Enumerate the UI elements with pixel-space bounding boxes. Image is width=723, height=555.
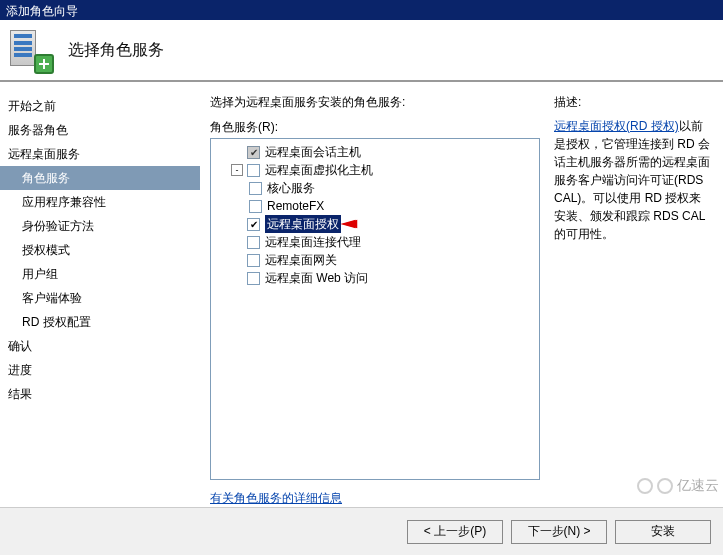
role-services-label: 角色服务(R): bbox=[210, 119, 540, 136]
tree-row[interactable]: -远程桌面虚拟化主机 bbox=[213, 161, 537, 179]
nav-step[interactable]: 客户端体验 bbox=[0, 286, 200, 310]
checkbox[interactable] bbox=[249, 182, 262, 195]
tree-row[interactable]: 核心服务 bbox=[213, 179, 537, 197]
nav-step[interactable]: 应用程序兼容性 bbox=[0, 190, 200, 214]
nav-step[interactable]: 开始之前 bbox=[0, 94, 200, 118]
nav-step[interactable]: 结果 bbox=[0, 382, 200, 406]
tree-row[interactable]: 远程桌面连接代理 bbox=[213, 233, 537, 251]
nav-step[interactable]: 确认 bbox=[0, 334, 200, 358]
checkbox[interactable] bbox=[247, 272, 260, 285]
nav-step[interactable]: 服务器角色 bbox=[0, 118, 200, 142]
tree-item-label[interactable]: 远程桌面网关 bbox=[265, 251, 337, 269]
checkbox[interactable] bbox=[247, 218, 260, 231]
checkbox[interactable] bbox=[249, 200, 262, 213]
checkbox[interactable] bbox=[247, 164, 260, 177]
tree-row[interactable]: 远程桌面授权◄ bbox=[213, 215, 537, 233]
window-title: 添加角色向导 bbox=[6, 4, 78, 18]
wizard-header: 选择角色服务 bbox=[0, 20, 723, 82]
plus-icon bbox=[34, 54, 54, 74]
nav-step[interactable]: 用户组 bbox=[0, 262, 200, 286]
nav-step[interactable]: RD 授权配置 bbox=[0, 310, 200, 334]
tree-toggle-icon[interactable]: - bbox=[231, 164, 243, 176]
page-title: 选择角色服务 bbox=[68, 40, 164, 61]
details-link[interactable]: 有关角色服务的详细信息 bbox=[210, 490, 540, 507]
nav-step[interactable]: 授权模式 bbox=[0, 238, 200, 262]
description-text: 远程桌面授权(RD 授权)以前是授权，它管理连接到 RD 会话主机服务器所需的远… bbox=[554, 117, 713, 243]
wizard-steps-sidebar: 开始之前服务器角色远程桌面服务角色服务应用程序兼容性身份验证方法授权模式用户组客… bbox=[0, 82, 200, 507]
tree-item-label[interactable]: RemoteFX bbox=[267, 197, 324, 215]
nav-step[interactable]: 身份验证方法 bbox=[0, 214, 200, 238]
nav-step[interactable]: 角色服务 bbox=[0, 166, 200, 190]
window-title-bar: 添加角色向导 bbox=[0, 0, 723, 20]
install-button[interactable]: 安装 bbox=[615, 520, 711, 544]
tree-row[interactable]: 远程桌面 Web 访问 bbox=[213, 269, 537, 287]
tree-item-label[interactable]: 远程桌面会话主机 bbox=[265, 143, 361, 161]
tree-item-label[interactable]: 远程桌面连接代理 bbox=[265, 233, 361, 251]
tree-row[interactable]: RemoteFX bbox=[213, 197, 537, 215]
description-body: 以前是授权，它管理连接到 RD 会话主机服务器所需的远程桌面服务客户端访问许可证… bbox=[554, 119, 710, 241]
description-link[interactable]: 远程桌面授权(RD 授权) bbox=[554, 119, 679, 133]
nav-step[interactable]: 进度 bbox=[0, 358, 200, 382]
wizard-button-bar: < 上一步(P) 下一步(N) > 安装 bbox=[0, 507, 723, 555]
tree-item-label[interactable]: 远程桌面虚拟化主机 bbox=[265, 161, 373, 179]
checkbox bbox=[247, 146, 260, 159]
tree-row[interactable]: 远程桌面网关 bbox=[213, 251, 537, 269]
next-button[interactable]: 下一步(N) > bbox=[511, 520, 607, 544]
checkbox[interactable] bbox=[247, 236, 260, 249]
prompt-text: 选择为远程桌面服务安装的角色服务: bbox=[210, 94, 540, 111]
previous-button[interactable]: < 上一步(P) bbox=[407, 520, 503, 544]
description-label: 描述: bbox=[554, 94, 713, 111]
role-services-tree[interactable]: 远程桌面会话主机-远程桌面虚拟化主机核心服务RemoteFX远程桌面授权◄远程桌… bbox=[210, 138, 540, 480]
highlight-arrow-icon: ◄ bbox=[335, 214, 360, 232]
tree-item-label[interactable]: 核心服务 bbox=[267, 179, 315, 197]
tree-item-label[interactable]: 远程桌面授权 bbox=[265, 215, 341, 233]
checkbox[interactable] bbox=[247, 254, 260, 267]
tree-item-label[interactable]: 远程桌面 Web 访问 bbox=[265, 269, 368, 287]
wizard-icon bbox=[10, 30, 50, 70]
tree-row[interactable]: 远程桌面会话主机 bbox=[213, 143, 537, 161]
nav-step[interactable]: 远程桌面服务 bbox=[0, 142, 200, 166]
